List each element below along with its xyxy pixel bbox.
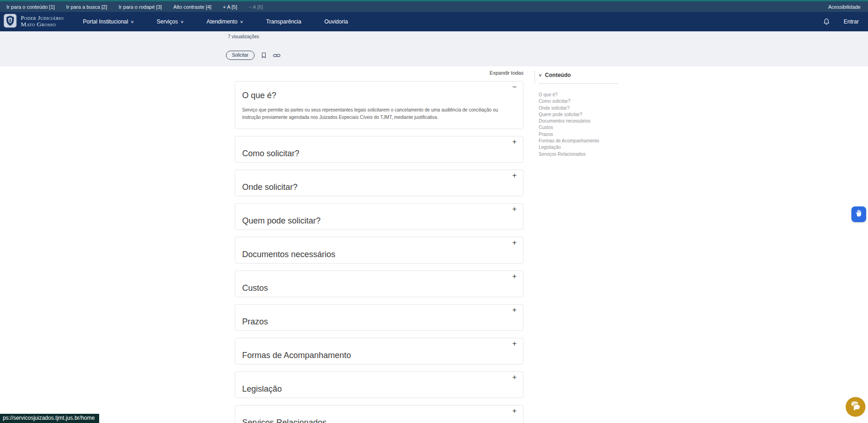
toc-link-legislacao[interactable]: Legislação	[539, 144, 618, 151]
accordion-title: Documentos necessários	[242, 250, 335, 259]
libras-hands-icon	[854, 209, 863, 220]
accordion-formas-de-acompanhamento[interactable]: + Formas de Acompanhamento	[235, 338, 523, 364]
increase-font-link[interactable]: + A [5]	[223, 4, 237, 10]
nav-item-transparencia[interactable]: Transparência	[266, 18, 301, 25]
nav-item-portal-institucional[interactable]: Portal Institucional ∨	[83, 18, 134, 25]
toc-left-divider	[535, 71, 535, 83]
expand-icon[interactable]: +	[512, 273, 517, 280]
toc-link-servicos-relacionados[interactable]: Serviços Relacionados	[539, 151, 618, 158]
accordion-title: Formas de Acompanhamento	[242, 351, 351, 360]
nav-item-label: Portal Institucional	[83, 18, 128, 25]
nav-menu: Portal Institucional ∨ Serviços ∨ Atendi…	[83, 18, 348, 25]
toc-link-onde-solicitar[interactable]: Onde solicitar?	[539, 105, 618, 112]
brand-text: Poder Judiciário Mato Grosso	[21, 15, 64, 28]
link-preview-status-bar: ps://servicosjuizados.tjmt.jus.br/home	[0, 414, 99, 423]
expand-icon[interactable]: +	[512, 206, 517, 213]
expand-icon[interactable]: +	[512, 239, 517, 247]
nav-item-label: Ouvidoria	[324, 18, 348, 25]
toc-links: O que é? Como solicitar? Onde solicitar?…	[539, 92, 618, 158]
service-actions: Solicitar	[226, 51, 280, 60]
accordion-title: Serviços Relacionados	[242, 418, 327, 423]
toc-header[interactable]: ∨ Conteúdo	[539, 72, 618, 78]
nav-right: Entrar	[823, 18, 859, 25]
bookmark-icon[interactable]	[261, 52, 267, 59]
nav-item-label: Atendimento	[207, 18, 238, 25]
accordion-title: Legislação	[242, 384, 282, 394]
toc-link-o-que-e[interactable]: O que é?	[539, 92, 618, 98]
expand-icon[interactable]: +	[512, 374, 517, 381]
expand-icon[interactable]: +	[512, 340, 517, 347]
accordion-body: Serviço que permite às partes ou seus re…	[242, 106, 516, 121]
accordion-quem-pode-solicitar[interactable]: + Quem pode solicitar?	[235, 203, 523, 230]
nav-item-atendimento[interactable]: Atendimento ∨	[207, 18, 243, 25]
skip-to-footer-link[interactable]: Ir para o rodapé [3]	[119, 4, 162, 10]
high-contrast-link[interactable]: Alto contraste [4]	[173, 4, 212, 10]
expand-icon[interactable]: +	[512, 306, 517, 314]
accordion-title: Quem pode solicitar?	[242, 216, 321, 226]
notifications-bell-icon[interactable]	[823, 18, 830, 25]
view-count-label: 7 visualizações	[228, 34, 259, 39]
brand-line-1: Poder Judiciário	[21, 15, 64, 22]
brand-line-2: Mato Grosso	[21, 21, 64, 28]
copy-link-icon[interactable]	[273, 53, 280, 58]
solicitar-button[interactable]: Solicitar	[226, 51, 255, 60]
main-content: Expandir todas − O que é? Serviço que pe…	[0, 66, 868, 423]
toc-link-como-solicitar[interactable]: Como solicitar?	[539, 98, 618, 105]
skip-to-content-link[interactable]: Ir para o conteúdo [1]	[6, 4, 55, 10]
accordion-servicos-relacionados[interactable]: + Serviços Relacionados	[235, 405, 523, 423]
chevron-down-icon: ∨	[180, 20, 184, 24]
nav-item-ouvidoria[interactable]: Ouvidoria	[324, 18, 348, 25]
service-header-band: 7 visualizações Solicitar	[0, 31, 868, 66]
chat-widget-button[interactable]	[845, 396, 866, 417]
expand-icon[interactable]: +	[512, 172, 517, 179]
tjmt-emblem-icon	[4, 14, 17, 29]
accordion-list: − O que é? Serviço que permite às partes…	[235, 81, 523, 423]
main-navbar: Poder Judiciário Mato Grosso Portal Inst…	[0, 12, 868, 31]
accordion-title: O que é?	[242, 91, 516, 100]
nav-item-servicos[interactable]: Serviços ∨	[157, 18, 184, 25]
accordion-title: Onde solicitar?	[242, 182, 297, 192]
toc-link-prazos[interactable]: Prazos	[539, 131, 618, 138]
accessibility-bar: Ir para o conteúdo [1] Ir para a busca […	[0, 0, 868, 12]
accordion-legislacao[interactable]: + Legislação	[235, 371, 523, 398]
accordion-onde-solicitar[interactable]: + Onde solicitar?	[235, 170, 523, 196]
accordion-como-solicitar[interactable]: + Como solicitar?	[235, 136, 523, 163]
accordion-documentos-necessarios[interactable]: + Documentos necessários	[235, 237, 523, 264]
accordion-custos[interactable]: + Custos	[235, 270, 523, 297]
decrease-font-link[interactable]: − A [6]	[249, 4, 263, 10]
chevron-down-icon: ∨	[131, 20, 134, 24]
toc-link-quem-pode-solicitar[interactable]: Quem pode solicitar?	[539, 112, 618, 118]
skip-to-search-link[interactable]: Ir para a busca [2]	[66, 4, 107, 10]
toc-link-documentos-necessarios[interactable]: Documentos necessários	[539, 118, 618, 124]
expand-all-link[interactable]: Expandir todas	[235, 70, 523, 76]
accordion-title: Prazos	[242, 317, 268, 327]
expand-icon[interactable]: +	[512, 407, 517, 415]
accordion-prazos[interactable]: + Prazos	[235, 304, 523, 331]
vlibras-accessibility-button[interactable]	[851, 206, 866, 222]
accordion-title: Custos	[242, 283, 268, 293]
chevron-down-icon: ∨	[240, 20, 244, 24]
expand-icon[interactable]: +	[512, 138, 517, 146]
accordion-o-que-e[interactable]: − O que é? Serviço que permite às partes…	[235, 81, 523, 129]
table-of-contents: ∨ Conteúdo O que é? Como solicitar? Onde…	[539, 72, 618, 158]
accessibility-link[interactable]: Acessibilidade	[828, 4, 861, 10]
browser-viewport: Ir para o conteúdo [1] Ir para a busca […	[0, 0, 868, 423]
tjmt-logo[interactable]: Poder Judiciário Mato Grosso	[4, 14, 64, 29]
nav-item-label: Serviços	[157, 18, 178, 25]
collapse-icon[interactable]: −	[512, 83, 517, 91]
toc-divider	[539, 83, 618, 84]
accordion-title: Como solicitar?	[242, 149, 299, 159]
toc-title: Conteúdo	[545, 72, 571, 78]
chevron-down-icon: ∨	[538, 73, 542, 77]
login-link[interactable]: Entrar	[844, 18, 859, 25]
toc-link-formas-de-acompanhamento[interactable]: Formas de Acompanhamento	[539, 138, 618, 144]
nav-item-label: Transparência	[266, 18, 301, 25]
toc-link-custos[interactable]: Custos	[539, 124, 618, 131]
